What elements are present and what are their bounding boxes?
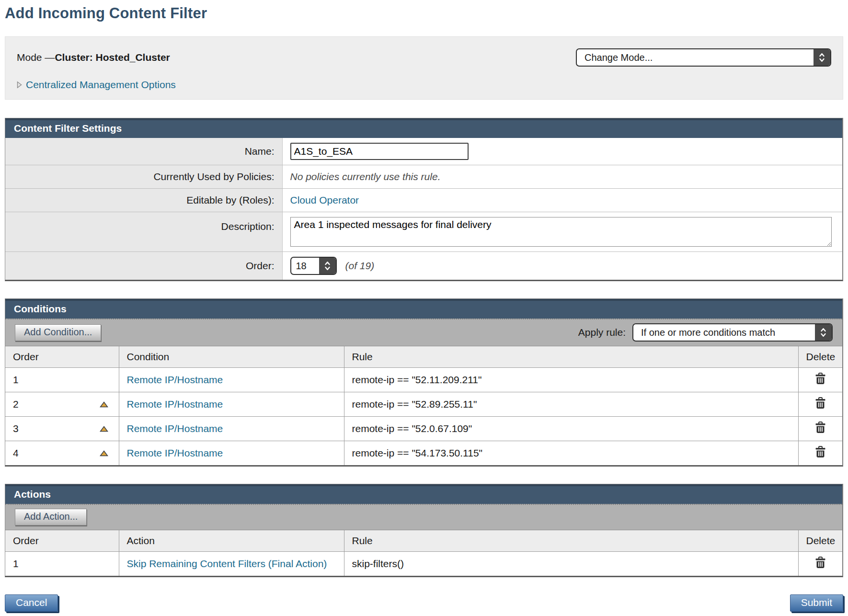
actions-table-header-row: Order Action Rule Delete — [5, 530, 842, 552]
condition-link[interactable]: Remote IP/Hostname — [127, 423, 223, 434]
col-order: Order — [5, 346, 119, 368]
move-up-icon[interactable] — [100, 450, 108, 456]
order-select-value: 18 — [291, 258, 311, 274]
expander-triangle-icon[interactable] — [17, 80, 22, 89]
condition-link[interactable]: Remote IP/Hostname — [127, 374, 223, 385]
settings-row-editable: Editable by (Roles): Cloud Operator — [5, 189, 842, 212]
condition-order: 1 — [13, 374, 19, 386]
change-mode-select[interactable]: Change Mode... — [576, 48, 831, 67]
conditions-table-header-row: Order Condition Rule Delete — [5, 346, 842, 368]
submit-button[interactable]: Submit — [790, 594, 843, 612]
condition-order: 2 — [13, 399, 19, 410]
cancel-button[interactable]: Cancel — [5, 594, 58, 612]
description-label: Description: — [5, 212, 282, 252]
conditions-section: Conditions Add Condition... Apply rule: … — [5, 298, 843, 467]
select-stepper-icon — [815, 324, 832, 341]
settings-row-policies: Currently Used by Policies: No policies … — [5, 165, 842, 189]
condition-rule: remote-ip == "52.0.67.109" — [352, 423, 472, 434]
table-row: 3 Remote IP/Hostname remote-ip == "52.0.… — [5, 417, 842, 441]
apply-rule-select-value: If one or more conditions match — [633, 324, 783, 341]
col-rule: Rule — [344, 530, 798, 552]
delete-icon[interactable] — [815, 446, 826, 458]
change-mode-select-value: Change Mode... — [577, 49, 660, 66]
select-stepper-icon — [319, 258, 336, 274]
col-delete: Delete — [798, 530, 842, 552]
action-link[interactable]: Skip Remaining Content Filters (Final Ac… — [127, 558, 327, 569]
mode-panel: Mode —Cluster: Hosted_Cluster Change Mod… — [5, 36, 843, 100]
condition-order: 4 — [13, 447, 19, 459]
conditions-table-body: 1 Remote IP/Hostname remote-ip == "52.11… — [5, 368, 842, 466]
col-condition: Condition — [119, 346, 344, 368]
order-total: (of 19) — [345, 260, 375, 272]
name-input[interactable] — [290, 143, 469, 160]
action-rule: skip-filters() — [352, 558, 404, 569]
settings-row-name: Name: — [5, 138, 842, 165]
mode-value: Cluster: Hosted_Cluster — [55, 52, 170, 63]
table-row: 1 Remote IP/Hostname remote-ip == "52.11… — [5, 368, 842, 392]
add-action-button[interactable]: Add Action... — [15, 509, 87, 525]
table-row: 2 Remote IP/Hostname remote-ip == "52.89… — [5, 392, 842, 417]
actions-table: Order Action Rule Delete 1 Skip Remainin… — [5, 530, 842, 576]
condition-link[interactable]: Remote IP/Hostname — [127, 399, 223, 410]
policies-value: No policies currently use this rule. — [290, 171, 441, 182]
conditions-table: Order Condition Rule Delete 1 Remote IP/… — [5, 346, 842, 465]
footer: Cancel Submit — [5, 594, 843, 616]
editable-roles-link[interactable]: Cloud Operator — [290, 194, 359, 205]
select-stepper-icon — [814, 49, 830, 66]
condition-rule: remote-ip == "54.173.50.115" — [352, 447, 483, 458]
settings-row-description: Description: Area 1 inspected messages f… — [5, 212, 842, 252]
name-label: Name: — [5, 138, 282, 165]
delete-icon[interactable] — [815, 373, 826, 385]
add-condition-button[interactable]: Add Condition... — [15, 324, 101, 341]
col-delete: Delete — [798, 346, 842, 368]
action-order: 1 — [13, 558, 19, 569]
settings-table: Name: Currently Used by Policies: No pol… — [5, 138, 842, 280]
centralized-management-link[interactable]: Centralized Management Options — [26, 79, 176, 91]
mode-text: Mode —Cluster: Hosted_Cluster — [17, 52, 170, 63]
table-row: 1 Skip Remaining Content Filters (Final … — [5, 552, 842, 576]
move-up-icon[interactable] — [100, 401, 108, 408]
order-label: Order: — [5, 252, 282, 280]
conditions-toolbar: Add Condition... Apply rule: If one or m… — [5, 319, 842, 346]
col-action: Action — [119, 530, 344, 552]
table-row: 4 Remote IP/Hostname remote-ip == "54.17… — [5, 441, 842, 466]
apply-rule-select[interactable]: If one or more conditions match — [632, 323, 833, 342]
editable-label: Editable by (Roles): — [5, 189, 282, 212]
conditions-header: Conditions — [5, 299, 842, 319]
policies-label: Currently Used by Policies: — [5, 165, 282, 189]
actions-table-body: 1 Skip Remaining Content Filters (Final … — [5, 552, 842, 576]
actions-header: Actions — [5, 484, 842, 504]
page-title: Add Incoming Content Filter — [5, 5, 843, 22]
description-textarea[interactable]: Area 1 inspected messages for final deli… — [290, 217, 832, 247]
delete-icon[interactable] — [815, 397, 826, 409]
condition-rule: remote-ip == "52.11.209.211" — [352, 374, 482, 385]
delete-icon[interactable] — [815, 557, 826, 569]
delete-icon[interactable] — [815, 422, 826, 433]
condition-rule: remote-ip == "52.89.255.11" — [352, 399, 477, 410]
move-up-icon[interactable] — [100, 426, 108, 432]
actions-toolbar: Add Action... — [5, 504, 842, 530]
apply-rule-label: Apply rule: — [578, 327, 626, 338]
content-filter-settings-section: Content Filter Settings Name: Currently … — [5, 118, 843, 281]
order-select[interactable]: 18 — [290, 257, 337, 275]
content-filter-settings-header: Content Filter Settings — [5, 118, 842, 138]
mode-label: Mode — — [17, 52, 55, 63]
condition-link[interactable]: Remote IP/Hostname — [127, 447, 223, 458]
col-order: Order — [5, 530, 119, 552]
settings-row-order: Order: 18 (of 19) — [5, 252, 842, 280]
actions-section: Actions Add Action... Order Action Rule … — [5, 484, 843, 577]
col-rule: Rule — [344, 346, 798, 368]
condition-order: 3 — [13, 423, 19, 434]
